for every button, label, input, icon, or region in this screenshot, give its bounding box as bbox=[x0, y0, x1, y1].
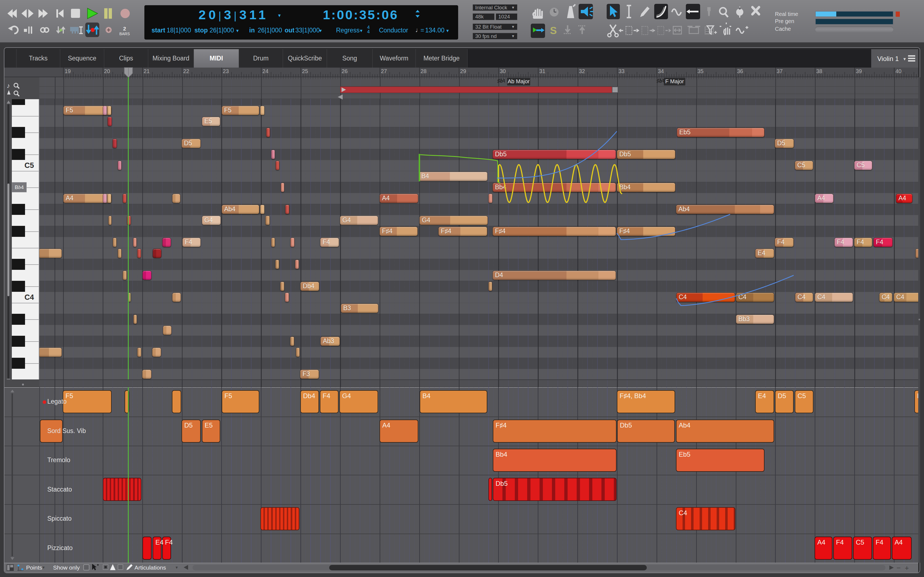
svg-text:BARS: BARS bbox=[120, 32, 130, 36]
svg-text:2: 2 bbox=[123, 26, 126, 32]
svg-text:S: S bbox=[550, 25, 557, 36]
svg-text:♪: ♪ bbox=[6, 82, 10, 89]
